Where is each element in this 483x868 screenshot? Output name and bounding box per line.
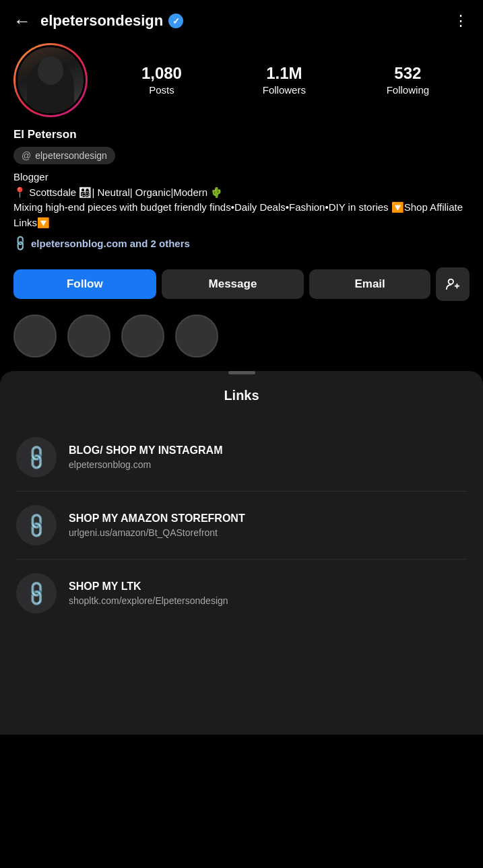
- verified-badge: ✓: [168, 13, 183, 28]
- top-bar-left: ← elpetersondesign ✓: [13, 12, 183, 30]
- link-icon-circle-1: 🔗: [16, 437, 57, 477]
- threads-handle: elpetersondesign: [35, 150, 107, 161]
- avatar[interactable]: [13, 43, 88, 117]
- back-button[interactable]: ←: [13, 12, 31, 30]
- link-url-3: shopltk.com/explore/Elpetersondesign: [69, 595, 228, 606]
- profile-top: 1,080 Posts 1.1M Followers 532 Following: [13, 43, 470, 117]
- action-buttons: Follow Message Email: [13, 267, 470, 301]
- sheet-handle: [228, 371, 255, 374]
- profile-section: 1,080 Posts 1.1M Followers 532 Following…: [0, 36, 483, 362]
- link-url-1: elpetersonblog.com: [69, 459, 222, 470]
- stat-posts[interactable]: 1,080 Posts: [141, 65, 182, 95]
- chain-icon-2: 🔗: [22, 510, 52, 541]
- highlight-circle: [175, 314, 218, 358]
- display-name: El Peterson: [13, 128, 470, 141]
- avatar-ring: [13, 43, 88, 117]
- bio-text: Blogger 📍 Scottsdale 👨‍👩‍👧‍👦| Neutral| O…: [13, 170, 470, 230]
- highlight-item[interactable]: [13, 314, 57, 358]
- link-item-1[interactable]: 🔗 BLOG/ SHOP MY INSTAGRAM elpetersonblog…: [0, 424, 483, 491]
- highlight-item[interactable]: [121, 314, 164, 358]
- followers-count: 1.1M: [263, 65, 306, 82]
- following-label: Following: [387, 84, 429, 96]
- link-text-2: SHOP MY AMAZON STOREFRONT urlgeni.us/ama…: [69, 512, 245, 538]
- stat-followers[interactable]: 1.1M Followers: [263, 65, 306, 95]
- link-text-1: BLOG/ SHOP MY INSTAGRAM elpetersonblog.c…: [69, 444, 222, 470]
- highlight-circle: [67, 314, 110, 358]
- bio-line3: Mixing high-end pieces with budget frien…: [13, 201, 463, 228]
- highlight-circle: [121, 314, 164, 358]
- bio-line1: Blogger: [13, 171, 49, 182]
- link-item-2[interactable]: 🔗 SHOP MY AMAZON STOREFRONT urlgeni.us/a…: [0, 492, 483, 559]
- following-count: 532: [387, 65, 429, 82]
- top-bar: ← elpetersondesign ✓ ⋮: [0, 0, 483, 36]
- bio-section: El Peterson @ elpetersondesign Blogger 📍…: [13, 128, 470, 258]
- link-icon-circle-2: 🔗: [16, 505, 57, 545]
- link-title-3: SHOP MY LTK: [69, 580, 228, 593]
- link-title-1: BLOG/ SHOP MY INSTAGRAM: [69, 444, 222, 457]
- chain-icon-3: 🔗: [22, 578, 52, 609]
- followers-label: Followers: [263, 84, 306, 96]
- username: elpetersondesign: [40, 12, 163, 30]
- stats-row: 1,080 Posts 1.1M Followers 532 Following: [101, 65, 470, 95]
- sheet-title: Links: [0, 388, 483, 403]
- threads-icon: @: [22, 150, 31, 161]
- highlight-item[interactable]: [67, 314, 110, 358]
- link-title-2: SHOP MY AMAZON STOREFRONT: [69, 512, 245, 525]
- bottom-sheet: Links 🔗 BLOG/ SHOP MY INSTAGRAM elpeters…: [0, 371, 483, 735]
- highlights-row: [13, 309, 470, 362]
- svg-point-0: [449, 279, 453, 284]
- link-item-3[interactable]: 🔗 SHOP MY LTK shopltk.com/explore/Elpete…: [0, 560, 483, 627]
- highlight-circle: [13, 314, 57, 358]
- bio-line2: 📍 Scottsdale 👨‍👩‍👧‍👦| Neutral| Organic|M…: [13, 187, 223, 198]
- message-button[interactable]: Message: [162, 269, 304, 299]
- threads-badge[interactable]: @ elpetersondesign: [13, 147, 115, 164]
- link-text-3: SHOP MY LTK shopltk.com/explore/Elpeters…: [69, 580, 228, 606]
- bio-link[interactable]: 🔗 elpetersonblog.com and 2 others: [13, 237, 470, 250]
- username-row: elpetersondesign ✓: [40, 12, 183, 30]
- more-options-button[interactable]: ⋮: [453, 12, 470, 30]
- bio-link-text: elpetersonblog.com and 2 others: [31, 238, 190, 249]
- highlight-item[interactable]: [175, 314, 218, 358]
- posts-count: 1,080: [141, 65, 182, 82]
- avatar-inner: [15, 45, 86, 115]
- avatar-photo: [18, 47, 84, 113]
- chain-icon-1: 🔗: [22, 442, 52, 473]
- email-button[interactable]: Email: [309, 269, 430, 299]
- posts-label: Posts: [141, 84, 182, 96]
- stat-following[interactable]: 532 Following: [387, 65, 429, 95]
- add-friend-button[interactable]: [436, 267, 470, 301]
- link-url-2: urlgeni.us/amazon/Bt_QAStorefront: [69, 527, 245, 538]
- link-icon-circle-3: 🔗: [16, 573, 57, 613]
- link-icon: 🔗: [11, 234, 30, 253]
- follow-button[interactable]: Follow: [13, 269, 156, 299]
